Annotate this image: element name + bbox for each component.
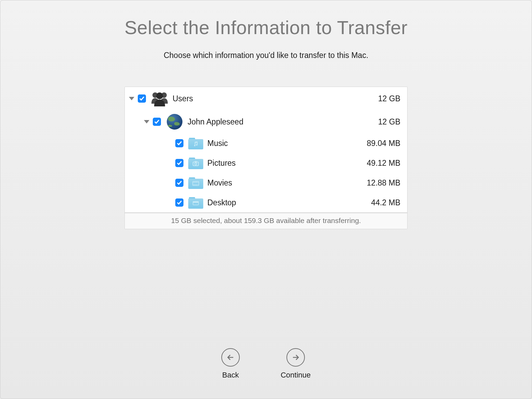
chevron-down-icon[interactable] xyxy=(144,120,149,123)
tree-row-users[interactable]: Users 12 GB xyxy=(125,87,407,110)
tree-row-desktop[interactable]: Desktop 44.2 MB xyxy=(125,193,407,212)
page-title: Select the Information to Transfer xyxy=(124,17,408,39)
movies-folder-icon xyxy=(188,176,204,190)
svg-rect-6 xyxy=(193,181,199,186)
tree-row-movies[interactable]: Movies 12.88 MB xyxy=(125,173,407,193)
page-subtitle: Choose which information you'd like to t… xyxy=(164,51,368,60)
tree-size: 12 GB xyxy=(378,117,400,127)
tree-size: 12.88 MB xyxy=(367,178,400,188)
checkbox-pictures[interactable] xyxy=(175,159,183,167)
arrow-right-icon xyxy=(286,348,305,367)
back-label: Back xyxy=(222,371,239,380)
tree-label: John Appleseed xyxy=(188,117,378,127)
tree-label: Desktop xyxy=(207,198,371,207)
tree-size: 12 GB xyxy=(378,94,400,103)
tree-body: Users 12 GB John Appleseed 12 GB xyxy=(125,87,407,212)
users-silhouette-icon xyxy=(150,90,169,107)
checkbox-movies[interactable] xyxy=(175,179,183,187)
checkbox-user[interactable] xyxy=(153,118,161,126)
checkbox-users[interactable] xyxy=(138,94,146,103)
tree-label: Movies xyxy=(207,178,367,188)
svg-point-4 xyxy=(195,163,197,165)
tree-row-music[interactable]: Music 89.04 MB xyxy=(125,133,407,153)
tree-size: 44.2 MB xyxy=(371,198,400,207)
tree-size: 89.04 MB xyxy=(367,139,400,148)
status-text: 15 GB selected, about 159.3 GB available… xyxy=(125,212,407,229)
music-folder-icon xyxy=(188,136,204,150)
pictures-folder-icon xyxy=(188,156,204,170)
checkbox-desktop[interactable] xyxy=(175,198,183,207)
checkbox-music[interactable] xyxy=(175,139,183,147)
tree-label: Users xyxy=(173,94,378,103)
continue-label: Continue xyxy=(281,371,311,380)
globe-avatar-icon xyxy=(165,114,184,130)
svg-rect-16 xyxy=(193,202,198,203)
svg-rect-5 xyxy=(195,161,197,162)
tree-row-user[interactable]: John Appleseed 12 GB xyxy=(125,110,407,133)
chevron-down-icon[interactable] xyxy=(129,97,134,100)
transfer-tree: Users 12 GB John Appleseed 12 GB xyxy=(124,87,408,229)
tree-label: Pictures xyxy=(207,159,367,168)
nav-buttons: Back Continue xyxy=(0,348,532,380)
desktop-folder-icon xyxy=(188,196,204,209)
back-button[interactable]: Back xyxy=(221,348,240,380)
tree-label: Music xyxy=(207,139,367,148)
svg-point-2 xyxy=(156,92,163,99)
arrow-left-icon xyxy=(221,348,240,367)
tree-size: 49.12 MB xyxy=(367,159,400,168)
tree-row-pictures[interactable]: Pictures 49.12 MB xyxy=(125,153,407,173)
continue-button[interactable]: Continue xyxy=(281,348,311,380)
